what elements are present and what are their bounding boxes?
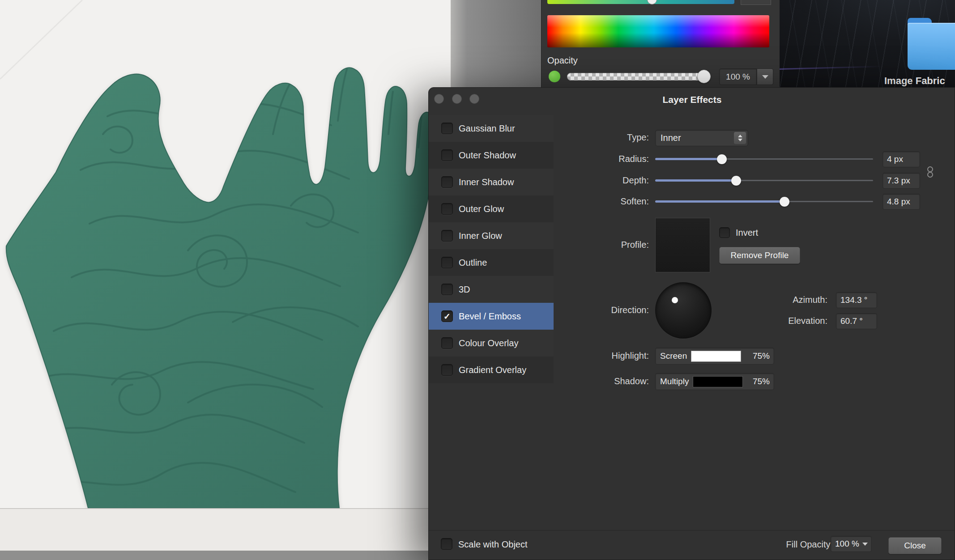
radius-slider-knob[interactable] <box>717 154 727 164</box>
document-canvas[interactable] <box>0 0 451 508</box>
highlight-label: Highlight: <box>550 351 649 361</box>
footer-divider <box>429 530 955 530</box>
link-values-icon[interactable] <box>927 166 934 180</box>
stepper-icon[interactable] <box>734 132 746 144</box>
invert-label: Invert <box>736 228 758 238</box>
checkbox[interactable] <box>441 203 453 215</box>
radius-value-field[interactable]: 4 px <box>883 151 920 167</box>
shadow-label: Shadow: <box>550 376 649 386</box>
colour-panel: Opacity 100 % <box>541 0 780 87</box>
azimuth-value-field[interactable]: 134.3 ° <box>836 292 877 308</box>
depth-label: Depth: <box>550 175 649 186</box>
shadow-colour-swatch[interactable] <box>693 376 743 387</box>
effects-list: Gaussian Blur Outer Shadow Inner Shadow … <box>429 115 554 383</box>
invert-checkbox[interactable] <box>719 227 730 238</box>
colour-value-box-partial[interactable] <box>741 0 771 5</box>
asset-browser-panel: Image Fabric <box>780 0 955 87</box>
fill-opacity-dropdown[interactable]: 100 % <box>831 536 872 552</box>
checkbox[interactable] <box>441 123 453 134</box>
profile-curve-preview[interactable] <box>655 218 710 272</box>
opacity-slider[interactable] <box>567 73 710 81</box>
window-bottom-strip <box>0 551 451 560</box>
highlight-colour-swatch[interactable] <box>691 351 741 362</box>
checkbox[interactable] <box>441 230 453 242</box>
elevation-label: Elevation: <box>729 316 827 326</box>
effect-row-colour-overlay[interactable]: Colour Overlay <box>429 330 554 356</box>
depth-slider-knob[interactable] <box>731 176 741 186</box>
layer-effects-dialog: Layer Effects Gaussian Blur Outer Shadow… <box>428 87 955 560</box>
elevation-value-field[interactable]: 60.7 ° <box>836 313 877 329</box>
checkbox[interactable] <box>441 337 453 349</box>
paper-crease <box>0 0 82 79</box>
close-button[interactable]: Close <box>888 537 942 554</box>
effect-row-outer-shadow[interactable]: Outer Shadow <box>429 142 554 169</box>
colour-gradient-slider[interactable] <box>547 0 734 4</box>
chevron-up-icon <box>738 135 742 137</box>
soften-slider-knob[interactable] <box>780 197 789 207</box>
checkbox-checked[interactable]: ✓ <box>441 310 453 322</box>
folder-body <box>908 23 955 70</box>
opacity-slider-knob[interactable] <box>697 70 711 83</box>
effect-row-gradient-overlay[interactable]: Gradient Overlay <box>429 356 554 383</box>
radius-label: Radius: <box>550 154 649 164</box>
dialog-title: Layer Effects <box>429 94 955 105</box>
pasteboard-strip <box>0 508 451 551</box>
fill-opacity-label: Fill Opacity: <box>734 539 833 550</box>
checkbox[interactable] <box>441 176 453 188</box>
checkbox[interactable] <box>441 257 453 268</box>
hand-shape <box>6 68 436 508</box>
checkbox[interactable] <box>441 364 453 376</box>
remove-profile-button[interactable]: Remove Profile <box>719 247 800 264</box>
depth-value-field[interactable]: 7.3 px <box>883 173 920 189</box>
colour-gradient-knob[interactable] <box>647 0 657 4</box>
depth-slider[interactable] <box>655 175 873 186</box>
checkbox[interactable] <box>441 284 453 295</box>
effect-row-inner-shadow[interactable]: Inner Shadow <box>429 169 554 195</box>
effect-row-outline[interactable]: Outline <box>429 249 554 276</box>
effect-row-inner-glow[interactable]: Inner Glow <box>429 222 554 249</box>
folder-label: Image Fabric <box>884 75 945 87</box>
shadow-blend-combo[interactable]: Multiply 75% <box>655 373 774 390</box>
folder-icon[interactable] <box>908 18 955 71</box>
radius-slider[interactable] <box>655 154 873 165</box>
checkbox[interactable] <box>441 149 453 161</box>
direction-dial-dot <box>672 297 678 303</box>
opacity-dropdown-button[interactable] <box>757 68 773 85</box>
effect-row-outer-glow[interactable]: Outer Glow <box>429 195 554 222</box>
type-label: Type: <box>550 132 649 143</box>
direction-label: Direction: <box>550 305 649 315</box>
chevron-down-icon <box>862 543 868 546</box>
hand-artwork <box>0 0 451 508</box>
soften-value-field[interactable]: 4.8 px <box>883 194 920 210</box>
opacity-label: Opacity <box>547 55 578 66</box>
type-dropdown[interactable]: Inner <box>655 130 748 146</box>
highlight-blend-combo[interactable]: Screen 75% <box>655 348 774 365</box>
chevron-down-icon <box>738 139 742 141</box>
chevron-down-icon <box>762 75 768 79</box>
scale-with-object-label: Scale with Object <box>458 539 528 550</box>
scale-with-object-checkbox[interactable] <box>441 538 452 550</box>
photo-detail <box>780 66 883 70</box>
effect-row-bevel-emboss[interactable]: ✓ Bevel / Emboss <box>429 303 554 330</box>
soften-label: Soften: <box>550 196 649 207</box>
checkmark-icon: ✓ <box>443 312 451 321</box>
effect-row-3d[interactable]: 3D <box>429 276 554 303</box>
current-colour-swatch[interactable] <box>549 71 560 82</box>
profile-label: Profile: <box>550 240 649 250</box>
azimuth-label: Azimuth: <box>729 295 827 305</box>
effect-row-gaussian-blur[interactable]: Gaussian Blur <box>429 115 554 142</box>
direction-dial[interactable] <box>655 282 712 339</box>
opacity-value: 100 % <box>726 72 750 82</box>
opacity-value-field[interactable]: 100 % <box>719 68 757 85</box>
colour-spectrum[interactable] <box>547 15 769 47</box>
soften-slider[interactable] <box>655 196 873 207</box>
app-window: Opacity 100 % Image Fabric Layer Effects <box>0 0 955 560</box>
